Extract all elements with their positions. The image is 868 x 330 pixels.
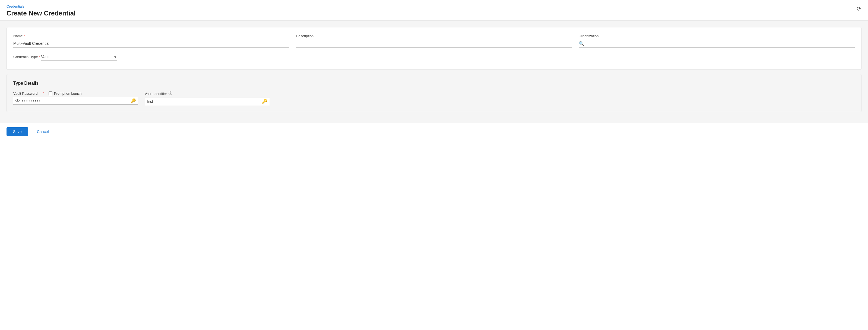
description-group: Description (296, 34, 572, 48)
vault-password-input[interactable] (22, 99, 128, 103)
search-icon: 🔍 (579, 41, 584, 46)
key-icon[interactable]: 🔑 (130, 98, 136, 103)
name-group: Name* (13, 34, 289, 48)
vault-identifier-input-wrapper: 🔑 (145, 98, 270, 105)
help-icon[interactable]: ⓘ (168, 91, 172, 96)
vault-password-input-wrapper: 👁︎ 🔑 (13, 97, 138, 105)
prompt-on-launch-wrapper: Prompt on launch (49, 91, 82, 95)
credential-type-row: Credential Type* Vault Machine Source Co… (13, 53, 855, 61)
breadcrumb[interactable]: Credentials (6, 4, 862, 8)
save-button[interactable]: Save (6, 127, 28, 136)
name-label: Name* (13, 34, 289, 38)
organization-input[interactable] (586, 40, 855, 47)
credential-type-wrapper: Vault Machine Source Control AWS Azure G… (41, 53, 117, 61)
type-details-row: Vault Password * Prompt on launch 👁︎ 🔑 (13, 91, 855, 105)
organization-label: Organization (579, 34, 855, 38)
eye-off-icon[interactable]: 👁︎ (16, 98, 20, 103)
vault-password-label: Vault Password (13, 91, 37, 95)
footer-actions: Save Cancel (0, 123, 868, 140)
cancel-button[interactable]: Cancel (33, 127, 53, 136)
name-input[interactable] (13, 40, 289, 48)
type-details-card: Type Details Vault Password * Prompt on … (6, 74, 862, 112)
vault-identifier-key-icon[interactable]: 🔑 (262, 99, 267, 104)
vault-identifier-group: Vault Identifier ⓘ 🔑 (145, 91, 270, 105)
credential-type-select[interactable]: Vault Machine Source Control AWS Azure G… (41, 53, 117, 61)
organization-group: Organization 🔍 (579, 34, 855, 48)
org-input-wrapper: 🔍 (579, 40, 855, 48)
credential-type-label: Credential Type* (13, 55, 41, 59)
main-form-card: Name* Description Organization (6, 27, 862, 70)
prompt-on-launch-checkbox[interactable] (49, 91, 52, 95)
type-details-title: Type Details (13, 81, 855, 86)
vault-password-required: * (42, 91, 44, 95)
history-icon[interactable]: ⟳ (857, 5, 862, 12)
vault-identifier-label: Vault Identifier (145, 92, 167, 96)
vault-identifier-input[interactable] (147, 99, 260, 104)
description-input[interactable] (296, 40, 572, 48)
prompt-on-launch-label: Prompt on launch (54, 91, 82, 95)
vault-password-group: Vault Password * Prompt on launch 👁︎ 🔑 (13, 91, 138, 105)
description-label: Description (296, 34, 572, 38)
page-title: Create New Credential (6, 9, 862, 17)
